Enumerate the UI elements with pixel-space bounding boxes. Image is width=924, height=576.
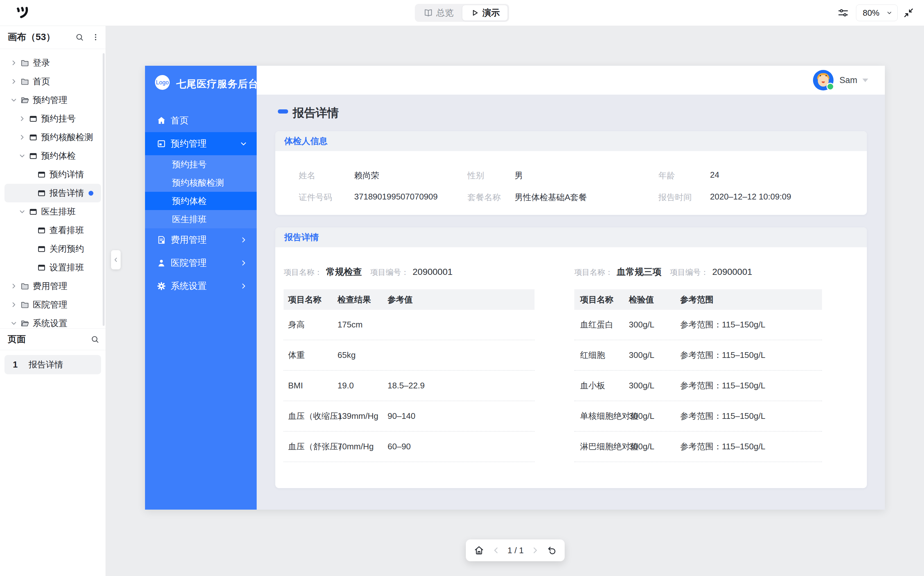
page-index: 1 [13, 360, 18, 370]
frame-icon [37, 189, 46, 198]
mockup-submenu-item[interactable]: 预约挂号 [145, 155, 257, 173]
overview-label: 总览 [436, 7, 454, 19]
mockup-menu-item[interactable]: 预约管理 [145, 132, 257, 155]
app-logo-icon[interactable] [14, 5, 29, 21]
table-header-row: 项目名称检验值参考范围 [574, 289, 822, 310]
column-header: 项目名称 [288, 289, 322, 310]
mockup-submenu-item[interactable]: 医生排班 [145, 210, 257, 228]
tree-chevron-right-icon[interactable] [9, 283, 19, 290]
chevron-right-icon [239, 236, 248, 244]
submenu-label: 医生排班 [172, 214, 207, 225]
field-value: 24 [710, 170, 719, 180]
layer-tree: 登录首页预约管理预约挂号预约核酸检测预约体检预约详情报告详情医生排班查看排班关闭… [0, 49, 106, 329]
view-mode-switch: 总览 演示 [415, 4, 509, 22]
layer-item[interactable]: 预约详情 [5, 165, 101, 184]
meta-label: 项目编号： [370, 267, 409, 277]
tree-chevron-down-icon[interactable] [17, 208, 27, 215]
layer-item[interactable]: 医院管理 [5, 295, 101, 314]
submenu-label: 预约挂号 [172, 159, 207, 170]
mockup-submenu-item[interactable]: 预约体检 [145, 192, 257, 210]
field-label: 性别 [468, 170, 484, 181]
mockup-menu: 首页预约管理预约挂号预约核酸检测预约体检医生排班费用管理医院管理系统设置 [145, 109, 257, 298]
layer-item[interactable]: 预约核酸检测 [5, 128, 101, 147]
folder-icon [20, 301, 29, 309]
home-button[interactable] [474, 545, 484, 556]
layer-label: 报告详情 [50, 187, 84, 199]
mockup-submenu-item[interactable]: 预约核酸检测 [145, 173, 257, 192]
mockup-menu-item[interactable]: 费用管理 [145, 228, 257, 251]
frame-icon [37, 245, 46, 253]
tree-chevron-down-icon[interactable] [9, 320, 19, 327]
canvas-pager-toolbar: 1 / 1 [466, 539, 565, 561]
layer-item[interactable]: 预约体检 [5, 147, 101, 165]
menu-label: 系统设置 [171, 280, 207, 292]
pages-search-icon[interactable] [90, 335, 99, 344]
panel-collapse-handle[interactable] [111, 250, 121, 269]
layer-label: 查看排班 [50, 224, 84, 236]
frame-icon [28, 115, 38, 123]
tree-chevron-right-icon[interactable] [9, 59, 19, 66]
layer-item[interactable]: 关闭预约 [5, 240, 101, 258]
frame-icon [37, 170, 46, 179]
layer-item[interactable]: 系统设置 [5, 314, 101, 329]
tree-chevron-right-icon[interactable] [17, 115, 27, 122]
frame-icon [37, 226, 46, 235]
online-status-dot [826, 83, 834, 90]
mockup-menu-item[interactable]: 首页 [145, 109, 257, 132]
tree-chevron-right-icon[interactable] [17, 134, 27, 141]
folder-open-icon [20, 96, 29, 104]
folder-open-icon [20, 319, 29, 328]
field-value: 男 [515, 170, 523, 181]
overview-tab[interactable]: 总览 [415, 7, 462, 19]
layer-item[interactable]: 报告详情 [5, 184, 101, 202]
tree-scrollbar[interactable] [102, 53, 104, 326]
table-cell: 19.0 [338, 371, 354, 400]
restart-button[interactable] [547, 545, 557, 555]
canvas-count-title: 画布（53） [8, 31, 55, 43]
meta-label: 项目名称： [574, 267, 613, 277]
mockup-submenu: 预约挂号预约核酸检测预约体检医生排班 [145, 155, 257, 228]
table-cell: 参考范围：115–150g/L [680, 371, 765, 400]
mockup-menu-item[interactable]: 系统设置 [145, 275, 257, 298]
page-label: 报告详情 [29, 359, 63, 370]
folder-icon [20, 77, 29, 86]
layer-item[interactable]: 设置排班 [5, 258, 101, 277]
frame-icon [37, 263, 46, 272]
mockup-menu-item[interactable]: 医院管理 [145, 251, 257, 275]
layer-label: 关闭预约 [50, 243, 84, 254]
table-row: 身高175cm [283, 310, 535, 340]
tree-chevron-down-icon[interactable] [9, 96, 19, 104]
table-cell: 红细胞 [580, 340, 605, 370]
collapse-ui-icon[interactable] [902, 6, 915, 19]
submenu-label: 预约核酸检测 [172, 177, 224, 189]
layer-item[interactable]: 预约挂号 [5, 109, 101, 128]
layer-item[interactable]: 查看排班 [5, 221, 101, 240]
more-options-icon[interactable] [91, 33, 100, 42]
layer-item[interactable]: 费用管理 [5, 277, 101, 295]
layer-item[interactable]: 医生排班 [5, 202, 101, 221]
preferences-sliders-icon[interactable] [837, 6, 850, 19]
field-label: 年龄 [658, 170, 675, 181]
search-icon[interactable] [75, 33, 84, 42]
layer-item[interactable]: 首页 [5, 72, 101, 91]
prev-page-button[interactable] [492, 546, 501, 555]
table-cell: 300g/L [629, 432, 655, 461]
table-row: 红细胞300g/L参考范围：115–150g/L [574, 340, 822, 371]
next-page-button[interactable] [531, 546, 540, 555]
submenu-label: 预约体检 [172, 195, 207, 207]
design-canvas[interactable]: Logo 七尾医疗服务后台 首页预约管理预约挂号预约核酸检测预约体检医生排班费用… [106, 26, 924, 576]
avatar[interactable] [813, 70, 834, 90]
page-list-item[interactable]: 1报告详情 [5, 355, 101, 374]
field-value: 赖尚荣 [354, 170, 379, 181]
present-tab[interactable]: 演示 [462, 5, 508, 21]
tree-chevron-down-icon[interactable] [17, 152, 27, 159]
layer-item[interactable]: 预约管理 [5, 91, 101, 109]
present-label: 演示 [482, 7, 500, 19]
zoom-dropdown[interactable]: 80% [856, 5, 898, 21]
table-cell: 70mm/Hg [338, 432, 374, 461]
layer-item[interactable]: 登录 [5, 54, 101, 72]
tree-chevron-right-icon[interactable] [9, 301, 19, 308]
user-menu-caret-icon[interactable] [862, 78, 868, 82]
layer-label: 预约核酸检测 [41, 131, 93, 143]
tree-chevron-right-icon[interactable] [9, 78, 19, 85]
